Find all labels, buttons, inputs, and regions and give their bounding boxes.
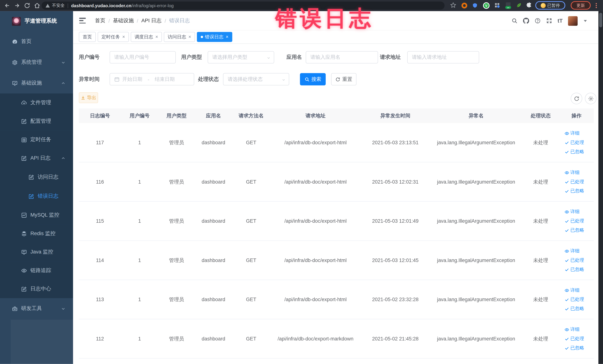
sidebar-item-15[interactable]: 研发工具 <box>0 298 73 319</box>
sidebar-item-6[interactable]: 定时任务 <box>0 130 73 149</box>
table-settings-button[interactable] <box>585 93 596 104</box>
action-详细[interactable]: 详细 <box>565 130 580 137</box>
table-cell: 未处理 <box>522 139 559 146</box>
extension-orange-icon[interactable] <box>462 3 467 9</box>
sidebar-item-7[interactable]: API 日志 <box>0 149 73 167</box>
font-size-icon[interactable]: tT <box>557 18 563 24</box>
table-cell: 115 <box>79 218 121 224</box>
action-详细[interactable]: 详细 <box>565 326 580 333</box>
table-cell: 114 <box>79 257 121 263</box>
address-bar[interactable]: 不安全 dashboard.yudao.iocoder.cn /infra/lo… <box>42 1 444 10</box>
extension-shield-icon[interactable] <box>472 3 478 9</box>
browser-reload-icon[interactable] <box>24 2 30 9</box>
breadcrumb: 首页/基础设施/API 日志/错误日志 <box>95 11 190 30</box>
filter-label-request-url: 请求地址 <box>380 51 401 63</box>
table-cell: dashboard <box>195 140 232 145</box>
action-已忽略[interactable]: 已忽略 <box>565 305 584 312</box>
sidebar-item-13[interactable]: 链路追踪 <box>0 261 73 280</box>
sidebar-item-2[interactable]: 系统管理 <box>0 52 73 73</box>
user-type-select[interactable]: 请选择用户类型 <box>208 51 274 63</box>
tag-定时任务[interactable]: 定时任务× <box>98 32 129 42</box>
search-button[interactable]: 搜索 <box>300 73 326 85</box>
extension-grid-icon[interactable] <box>495 3 500 8</box>
sidebar-item-3[interactable]: 基础设施 <box>0 73 73 94</box>
column-header: 应用名 <box>195 112 232 119</box>
action-已处理[interactable]: 已处理 <box>565 335 584 342</box>
close-icon[interactable]: × <box>122 35 125 39</box>
tag-错误日志[interactable]: 错误日志× <box>197 32 232 42</box>
action-已忽略[interactable]: 已忽略 <box>565 188 584 194</box>
close-icon[interactable]: × <box>155 35 158 39</box>
extension-green-icon[interactable]: V <box>483 2 489 9</box>
user-id-input[interactable]: 请输入用户编号 <box>110 51 176 63</box>
table-cell: 未处理 <box>522 335 559 342</box>
close-icon[interactable]: × <box>188 35 191 39</box>
browser-home-icon[interactable] <box>34 2 40 9</box>
collapse-sidebar-icon[interactable] <box>79 18 86 23</box>
reset-button[interactable]: 重置 <box>331 73 357 85</box>
overlay-annotation: 错误日志 <box>275 4 374 34</box>
sidebar-item-1[interactable]: 首页 <box>0 31 73 52</box>
sidebar-item-4[interactable]: 文件管理 <box>0 94 73 112</box>
search-icon[interactable] <box>511 18 518 24</box>
action-已处理[interactable]: 已处理 <box>565 178 584 185</box>
export-button[interactable]: 导出 <box>79 92 98 103</box>
action-详细[interactable]: 详细 <box>565 169 580 176</box>
action-详细[interactable]: 详细 <box>565 248 580 254</box>
refresh-table-button[interactable] <box>571 93 582 104</box>
edit-icon <box>21 118 27 124</box>
action-已忽略[interactable]: 已忽略 <box>565 149 584 155</box>
profile-paused-badge[interactable]: 已暂停 <box>535 1 565 10</box>
page-scrollbar[interactable] <box>598 11 603 364</box>
sidebar-item-9[interactable]: 错误日志 <box>0 187 73 206</box>
avatar-caret-icon[interactable] <box>584 20 587 22</box>
table-cell: 管理员 <box>158 257 195 264</box>
exception-time-range-picker[interactable]: 开始日期 - 结束日期 <box>110 73 194 85</box>
chrome-menu-icon[interactable] <box>595 3 597 8</box>
breadcrumb-item[interactable]: 首页 <box>95 17 105 24</box>
action-已忽略[interactable]: 已忽略 <box>565 266 584 273</box>
app-name-input[interactable]: 请输入应用名 <box>306 51 378 63</box>
sidebar-item-8[interactable]: 访问日志 <box>0 167 73 187</box>
request-url-input[interactable]: 请输入请求地址 <box>407 51 479 63</box>
sidebar-item-10[interactable]: MySQL 监控 <box>0 206 73 224</box>
chrome-update-button[interactable]: 更新 <box>571 1 591 10</box>
bookmark-star-icon[interactable] <box>450 2 456 8</box>
action-已处理[interactable]: 已处理 <box>565 296 584 303</box>
fullscreen-icon[interactable] <box>546 18 552 24</box>
action-已忽略[interactable]: 已忽略 <box>565 345 584 351</box>
row-actions: 详细已处理已忽略 <box>559 169 594 194</box>
github-icon[interactable] <box>523 18 529 24</box>
action-已处理[interactable]: 已处理 <box>565 139 584 146</box>
close-icon[interactable]: × <box>226 35 229 39</box>
help-icon[interactable] <box>534 18 541 24</box>
tag-访问日志[interactable]: 访问日志× <box>164 32 195 42</box>
filter-label-user-id: 用户编号 <box>79 51 100 63</box>
breadcrumb-item[interactable]: 基础设施 <box>113 17 134 24</box>
extensions-puzzle-icon[interactable] <box>526 2 532 8</box>
chevron-down-icon <box>267 56 270 60</box>
breadcrumb-item[interactable]: API 日志 <box>141 17 162 24</box>
column-header: 用户编号 <box>121 112 158 119</box>
sidebar-item-12[interactable]: Java 监控 <box>0 243 73 261</box>
user-avatar[interactable] <box>568 16 578 26</box>
tag-首页[interactable]: 首页 <box>79 32 96 42</box>
action-已忽略[interactable]: 已忽略 <box>565 227 584 234</box>
sidebar-item-5[interactable]: 配置管理 <box>0 112 73 130</box>
process-status-select[interactable]: 请选择处理状态 <box>223 73 289 85</box>
browser-back-icon[interactable] <box>4 2 10 9</box>
action-已处理[interactable]: 已处理 <box>565 257 584 263</box>
app-logo[interactable]: 芋道管理系统 <box>0 11 73 31</box>
browser-forward-icon[interactable] <box>14 2 20 9</box>
sidebar-item-11[interactable]: Redis 监控 <box>0 224 73 243</box>
sidebar-lower-panel <box>11 320 73 364</box>
extension-on-badge-icon[interactable]: on <box>505 2 511 9</box>
tag-调度日志[interactable]: 调度日志× <box>131 32 162 42</box>
extension-leaf-icon[interactable] <box>516 2 522 8</box>
chevron-up-icon <box>61 156 65 160</box>
action-已处理[interactable]: 已处理 <box>565 218 584 224</box>
action-详细[interactable]: 详细 <box>565 287 580 294</box>
action-详细[interactable]: 详细 <box>565 208 580 215</box>
scrollbar-thumb[interactable] <box>599 13 602 27</box>
sidebar-item-14[interactable]: 日志中心 <box>0 280 73 298</box>
